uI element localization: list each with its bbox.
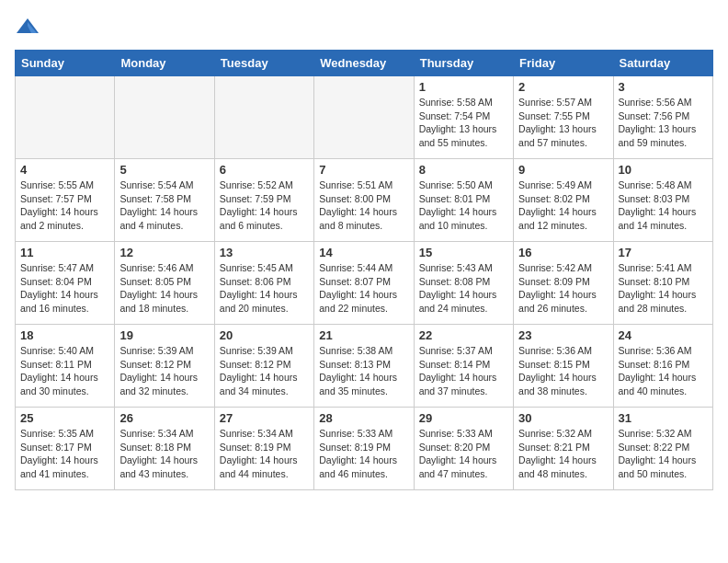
day-info: Sunrise: 5:39 AM Sunset: 8:12 PM Dayligh… [220, 344, 309, 398]
day-number: 12 [119, 246, 209, 259]
day-info: Sunrise: 5:33 AM Sunset: 8:19 PM Dayligh… [319, 427, 408, 481]
day-number: 16 [518, 246, 608, 259]
day-number: 4 [20, 163, 109, 177]
day-number: 5 [119, 163, 209, 177]
day-info: Sunrise: 5:46 AM Sunset: 8:05 PM Dayligh… [119, 261, 209, 316]
day-number: 13 [220, 246, 309, 259]
day-cell [314, 76, 414, 159]
day-cell: 17Sunrise: 5:41 AM Sunset: 8:10 PM Dayli… [613, 242, 712, 325]
day-cell: 23Sunrise: 5:36 AM Sunset: 8:15 PM Dayli… [514, 325, 613, 408]
day-number: 24 [619, 328, 708, 342]
day-number: 31 [619, 411, 708, 425]
day-info: Sunrise: 5:48 AM Sunset: 8:03 PM Dayligh… [619, 178, 708, 233]
logo-icon [15, 15, 40, 40]
day-cell [214, 76, 313, 159]
day-number: 3 [619, 80, 708, 94]
day-info: Sunrise: 5:58 AM Sunset: 7:54 PM Dayligh… [419, 96, 508, 150]
day-info: Sunrise: 5:42 AM Sunset: 8:09 PM Dayligh… [518, 261, 608, 316]
day-cell: 14Sunrise: 5:44 AM Sunset: 8:07 PM Dayli… [314, 242, 414, 325]
day-cell: 27Sunrise: 5:34 AM Sunset: 8:19 PM Dayli… [214, 408, 313, 490]
day-cell: 25Sunrise: 5:35 AM Sunset: 8:17 PM Dayli… [16, 408, 115, 490]
day-info: Sunrise: 5:47 AM Sunset: 8:04 PM Dayligh… [20, 261, 109, 316]
day-cell: 19Sunrise: 5:39 AM Sunset: 8:12 PM Dayli… [115, 325, 214, 408]
week-row-2: 4Sunrise: 5:55 AM Sunset: 7:57 PM Daylig… [16, 159, 713, 242]
day-cell: 1Sunrise: 5:58 AM Sunset: 7:54 PM Daylig… [414, 76, 513, 159]
day-number: 2 [518, 80, 608, 94]
day-info: Sunrise: 5:38 AM Sunset: 8:13 PM Dayligh… [319, 344, 408, 398]
day-cell: 28Sunrise: 5:33 AM Sunset: 8:19 PM Dayli… [314, 408, 414, 490]
day-number: 17 [619, 246, 708, 259]
day-number: 25 [20, 411, 109, 425]
day-number: 29 [419, 411, 508, 425]
day-info: Sunrise: 5:44 AM Sunset: 8:07 PM Dayligh… [319, 261, 408, 316]
day-info: Sunrise: 5:32 AM Sunset: 8:22 PM Dayligh… [619, 427, 708, 481]
day-number: 22 [419, 328, 508, 342]
day-number: 9 [518, 163, 608, 177]
day-number: 1 [419, 80, 508, 94]
day-cell: 2Sunrise: 5:57 AM Sunset: 7:55 PM Daylig… [514, 76, 613, 159]
day-cell: 20Sunrise: 5:39 AM Sunset: 8:12 PM Dayli… [214, 325, 313, 408]
day-cell: 8Sunrise: 5:50 AM Sunset: 8:01 PM Daylig… [414, 159, 513, 242]
day-cell: 4Sunrise: 5:55 AM Sunset: 7:57 PM Daylig… [16, 159, 115, 242]
day-cell [115, 76, 214, 159]
day-info: Sunrise: 5:56 AM Sunset: 7:56 PM Dayligh… [619, 96, 708, 150]
day-cell: 31Sunrise: 5:32 AM Sunset: 8:22 PM Dayli… [613, 408, 712, 490]
day-cell: 24Sunrise: 5:36 AM Sunset: 8:16 PM Dayli… [613, 325, 712, 408]
day-info: Sunrise: 5:36 AM Sunset: 8:16 PM Dayligh… [619, 344, 708, 398]
day-info: Sunrise: 5:50 AM Sunset: 8:01 PM Dayligh… [419, 178, 508, 233]
logo [15, 15, 44, 40]
day-info: Sunrise: 5:43 AM Sunset: 8:08 PM Dayligh… [419, 261, 508, 316]
day-cell: 18Sunrise: 5:40 AM Sunset: 8:11 PM Dayli… [16, 325, 115, 408]
day-info: Sunrise: 5:39 AM Sunset: 8:12 PM Dayligh… [119, 344, 209, 398]
calendar-table: SundayMondayTuesdayWednesdayThursdayFrid… [15, 50, 713, 490]
day-info: Sunrise: 5:37 AM Sunset: 8:14 PM Dayligh… [419, 344, 508, 398]
day-cell: 10Sunrise: 5:48 AM Sunset: 8:03 PM Dayli… [613, 159, 712, 242]
day-number: 23 [518, 328, 608, 342]
day-cell: 21Sunrise: 5:38 AM Sunset: 8:13 PM Dayli… [314, 325, 414, 408]
header-cell-tuesday: Tuesday [214, 51, 313, 76]
week-row-5: 25Sunrise: 5:35 AM Sunset: 8:17 PM Dayli… [16, 408, 713, 490]
day-number: 27 [220, 411, 309, 425]
day-info: Sunrise: 5:45 AM Sunset: 8:06 PM Dayligh… [220, 261, 309, 316]
day-number: 30 [518, 411, 608, 425]
day-info: Sunrise: 5:52 AM Sunset: 7:59 PM Dayligh… [220, 178, 309, 233]
day-cell: 15Sunrise: 5:43 AM Sunset: 8:08 PM Dayli… [414, 242, 513, 325]
day-number: 15 [419, 246, 508, 259]
week-row-4: 18Sunrise: 5:40 AM Sunset: 8:11 PM Dayli… [16, 325, 713, 408]
day-cell: 5Sunrise: 5:54 AM Sunset: 7:58 PM Daylig… [115, 159, 214, 242]
week-row-3: 11Sunrise: 5:47 AM Sunset: 8:04 PM Dayli… [16, 242, 713, 325]
day-number: 10 [619, 163, 708, 177]
day-info: Sunrise: 5:51 AM Sunset: 8:00 PM Dayligh… [319, 178, 408, 233]
day-info: Sunrise: 5:40 AM Sunset: 8:11 PM Dayligh… [20, 344, 109, 398]
day-number: 8 [419, 163, 508, 177]
day-info: Sunrise: 5:41 AM Sunset: 8:10 PM Dayligh… [619, 261, 708, 316]
day-cell: 3Sunrise: 5:56 AM Sunset: 7:56 PM Daylig… [613, 76, 712, 159]
calendar-header: SundayMondayTuesdayWednesdayThursdayFrid… [16, 51, 713, 76]
day-number: 6 [220, 163, 309, 177]
day-number: 11 [20, 246, 109, 259]
day-cell: 13Sunrise: 5:45 AM Sunset: 8:06 PM Dayli… [214, 242, 313, 325]
header-cell-friday: Friday [514, 51, 613, 76]
header-cell-monday: Monday [115, 51, 214, 76]
day-info: Sunrise: 5:32 AM Sunset: 8:21 PM Dayligh… [518, 427, 608, 481]
day-number: 28 [319, 411, 408, 425]
calendar-body: 1Sunrise: 5:58 AM Sunset: 7:54 PM Daylig… [16, 76, 713, 490]
week-row-1: 1Sunrise: 5:58 AM Sunset: 7:54 PM Daylig… [16, 76, 713, 159]
day-info: Sunrise: 5:35 AM Sunset: 8:17 PM Dayligh… [20, 427, 109, 481]
day-info: Sunrise: 5:33 AM Sunset: 8:20 PM Dayligh… [419, 427, 508, 481]
day-cell: 6Sunrise: 5:52 AM Sunset: 7:59 PM Daylig… [214, 159, 313, 242]
day-info: Sunrise: 5:57 AM Sunset: 7:55 PM Dayligh… [518, 96, 608, 150]
day-info: Sunrise: 5:34 AM Sunset: 8:18 PM Dayligh… [119, 427, 209, 481]
day-cell: 12Sunrise: 5:46 AM Sunset: 8:05 PM Dayli… [115, 242, 214, 325]
day-number: 19 [119, 328, 209, 342]
day-cell [16, 76, 115, 159]
day-cell: 26Sunrise: 5:34 AM Sunset: 8:18 PM Dayli… [115, 408, 214, 490]
header-cell-saturday: Saturday [613, 51, 712, 76]
day-info: Sunrise: 5:34 AM Sunset: 8:19 PM Dayligh… [220, 427, 309, 481]
day-cell: 7Sunrise: 5:51 AM Sunset: 8:00 PM Daylig… [314, 159, 414, 242]
day-info: Sunrise: 5:54 AM Sunset: 7:58 PM Dayligh… [119, 178, 209, 233]
day-cell: 11Sunrise: 5:47 AM Sunset: 8:04 PM Dayli… [16, 242, 115, 325]
day-cell: 16Sunrise: 5:42 AM Sunset: 8:09 PM Dayli… [514, 242, 613, 325]
page-header [15, 15, 713, 40]
day-number: 26 [119, 411, 209, 425]
